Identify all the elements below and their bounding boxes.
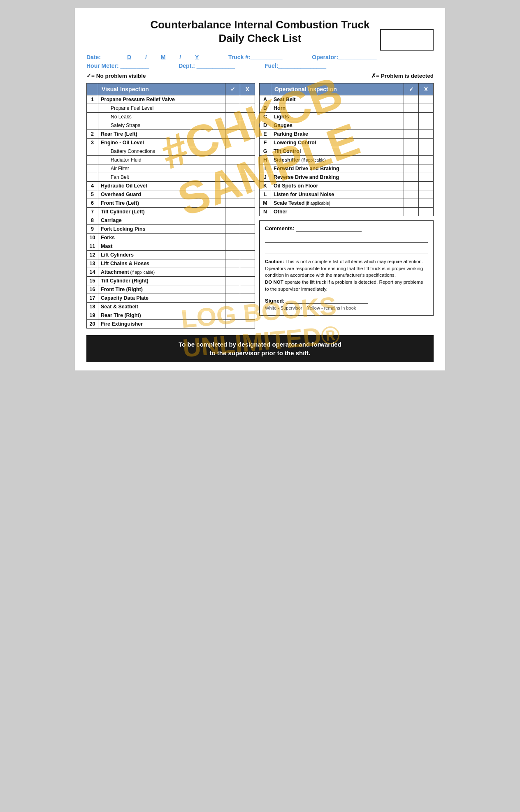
visual-row-x[interactable] — [240, 139, 255, 147]
visual-row-x[interactable] — [240, 104, 255, 113]
visual-row-check[interactable] — [225, 216, 240, 225]
op-row-check[interactable] — [404, 147, 419, 156]
visual-row-check[interactable] — [225, 156, 240, 164]
visual-row-x[interactable] — [240, 190, 255, 199]
visual-row-num: 20 — [87, 320, 98, 329]
visual-row-x[interactable] — [240, 320, 255, 329]
visual-row-x[interactable] — [240, 130, 255, 139]
visual-row-check[interactable] — [225, 95, 240, 104]
op-row-x[interactable] — [419, 156, 434, 164]
visual-row-x[interactable] — [240, 216, 255, 225]
visual-row-check[interactable] — [225, 277, 240, 285]
op-row-x[interactable] — [419, 208, 434, 216]
visual-row-x[interactable] — [240, 225, 255, 234]
id-box[interactable] — [380, 29, 434, 51]
visual-row-check[interactable] — [225, 164, 240, 173]
op-row-x[interactable] — [419, 190, 434, 199]
visual-row-check[interactable] — [225, 251, 240, 259]
visual-row-check[interactable] — [225, 234, 240, 242]
visual-row-x[interactable] — [240, 242, 255, 251]
op-row-x[interactable] — [419, 182, 434, 190]
visual-row-x[interactable] — [240, 199, 255, 208]
visual-row-x[interactable] — [240, 164, 255, 173]
op-header: Operational Inspection — [271, 83, 404, 95]
op-row-check[interactable] — [404, 130, 419, 139]
visual-row-x[interactable] — [240, 285, 255, 294]
visual-row-num — [87, 121, 98, 130]
op-row-check[interactable] — [404, 121, 419, 130]
op-row-check[interactable] — [404, 199, 419, 208]
comments-line-2[interactable] — [265, 246, 428, 254]
op-row-check[interactable] — [404, 95, 419, 104]
op-table-row: DGauges — [260, 121, 434, 130]
visual-row-x[interactable] — [240, 251, 255, 259]
x-legend: ✗= Problem is detected — [371, 72, 434, 79]
visual-row-x[interactable] — [240, 294, 255, 303]
visual-row-check[interactable] — [225, 182, 240, 190]
visual-row-check[interactable] — [225, 147, 240, 156]
op-row-x[interactable] — [419, 104, 434, 113]
op-row-check[interactable] — [404, 104, 419, 113]
visual-row-check[interactable] — [225, 173, 240, 182]
op-table-row: HSideshifter (if applicable) — [260, 156, 434, 164]
visual-row-x[interactable] — [240, 303, 255, 311]
visual-row-check[interactable] — [225, 303, 240, 311]
op-row-check[interactable] — [404, 139, 419, 147]
visual-row-check[interactable] — [225, 225, 240, 234]
visual-row-x[interactable] — [240, 268, 255, 277]
copy-row: White - Supervisor Yellow - remains in b… — [265, 305, 428, 310]
op-row-check[interactable] — [404, 190, 419, 199]
op-row-x[interactable] — [419, 113, 434, 121]
visual-row-check[interactable] — [225, 208, 240, 216]
op-row-num: C — [260, 113, 271, 121]
visual-row-x[interactable] — [240, 147, 255, 156]
visual-row-check[interactable] — [225, 320, 240, 329]
visual-row-check[interactable] — [225, 104, 240, 113]
op-row-label: Listen for Unusual Noise — [271, 190, 404, 199]
visual-row-x[interactable] — [240, 113, 255, 121]
visual-row-check[interactable] — [225, 268, 240, 277]
visual-row-x[interactable] — [240, 156, 255, 164]
visual-row-x[interactable] — [240, 121, 255, 130]
op-row-x[interactable] — [419, 147, 434, 156]
op-row-check[interactable] — [404, 208, 419, 216]
visual-row-check[interactable] — [225, 285, 240, 294]
op-row-x[interactable] — [419, 130, 434, 139]
visual-row-x[interactable] — [240, 311, 255, 320]
op-row-label: Lights — [271, 113, 404, 121]
visual-num-header — [87, 83, 98, 95]
visual-row-check[interactable] — [225, 294, 240, 303]
visual-row-check[interactable] — [225, 199, 240, 208]
visual-row-check[interactable] — [225, 121, 240, 130]
visual-row-check[interactable] — [225, 113, 240, 121]
visual-row-check[interactable] — [225, 130, 240, 139]
op-row-x[interactable] — [419, 121, 434, 130]
visual-row-x[interactable] — [240, 182, 255, 190]
visual-row-x[interactable] — [240, 208, 255, 216]
signed-line[interactable] — [286, 297, 368, 304]
visual-row-check[interactable] — [225, 311, 240, 320]
visual-row-num: 2 — [87, 130, 98, 139]
op-row-x[interactable] — [419, 95, 434, 104]
op-row-check[interactable] — [404, 156, 419, 164]
comments-line-1[interactable] — [265, 234, 428, 243]
visual-row-check[interactable] — [225, 190, 240, 199]
visual-row-x[interactable] — [240, 277, 255, 285]
visual-row-check[interactable] — [225, 259, 240, 268]
visual-row-x[interactable] — [240, 173, 255, 182]
op-row-check[interactable] — [404, 173, 419, 182]
visual-row-x[interactable] — [240, 259, 255, 268]
visual-table-row: 2Rear Tire (Left) — [87, 130, 255, 139]
op-row-check[interactable] — [404, 113, 419, 121]
visual-row-num: 7 — [87, 208, 98, 216]
visual-row-x[interactable] — [240, 234, 255, 242]
op-row-x[interactable] — [419, 173, 434, 182]
visual-row-check[interactable] — [225, 139, 240, 147]
visual-row-check[interactable] — [225, 242, 240, 251]
op-row-x[interactable] — [419, 164, 434, 173]
op-row-x[interactable] — [419, 139, 434, 147]
op-row-check[interactable] — [404, 164, 419, 173]
op-row-x[interactable] — [419, 199, 434, 208]
visual-row-x[interactable] — [240, 95, 255, 104]
op-row-check[interactable] — [404, 182, 419, 190]
